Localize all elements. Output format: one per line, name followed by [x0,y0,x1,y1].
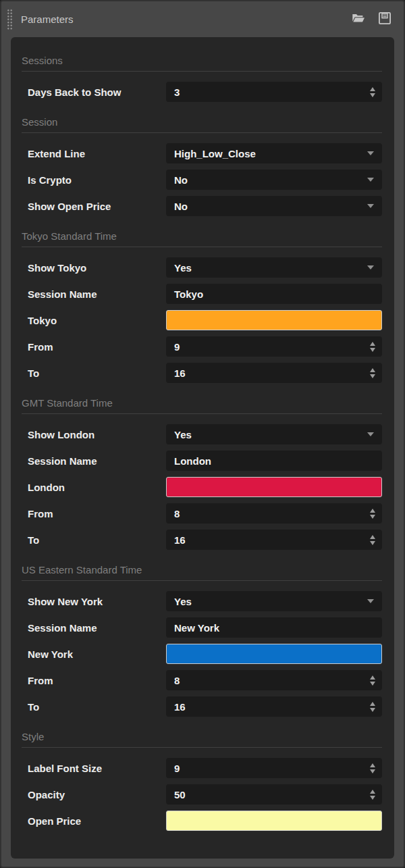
stepper-down-icon[interactable] [370,541,375,545]
save-parameters-button[interactable] [377,11,393,28]
section-title: Sessions [22,55,382,66]
open-price-color-swatch[interactable] [166,811,382,831]
stepper-up-icon[interactable] [370,509,375,513]
tokyo-to-stepper[interactable]: 16 [166,363,382,383]
param-row-london-session-name: Session Name London [22,451,382,471]
param-row-tokyo-from: From 9 [22,336,382,357]
stepper-up-icon[interactable] [370,342,375,346]
new-york-from-stepper[interactable]: 8 [166,670,382,690]
save-floppy-icon [377,11,392,28]
input-value: London [166,455,382,467]
param-label: New York [22,648,166,660]
dropdown-caret-icon [367,204,374,208]
stepper-down-icon[interactable] [370,374,375,378]
label-font-size-stepper[interactable]: 9 [166,758,382,778]
param-row-new-york-color: New York [22,644,382,664]
dropdown-caret-icon [367,599,374,603]
dropdown-caret-icon [367,432,374,436]
stepper-up-icon[interactable] [370,702,375,706]
load-parameters-button[interactable] [350,11,367,28]
stepper-up-icon[interactable] [370,675,375,680]
param-row-open-price-color: Open Price [22,811,382,831]
extend-line-dropdown[interactable]: High_Low_Close [166,143,382,163]
stepper-up-icon[interactable] [370,535,375,539]
stepper-value: 8 [166,675,370,686]
param-label: Is Crypto [22,174,166,186]
show-tokyo-dropdown[interactable]: Yes [166,257,382,278]
stepper-down-icon[interactable] [370,796,375,800]
section-style: Style Label Font Size 9 Opacity [22,731,382,831]
param-label: Show Tokyo [22,262,166,274]
stepper-up-icon[interactable] [370,763,375,767]
section-title: Style [22,731,382,742]
param-label: London [22,482,166,493]
stepper-value: 50 [166,789,370,800]
section-us-eastern-standard-time: US Eastern Standard Time Show New York Y… [22,564,382,717]
param-label: From [22,341,166,353]
stepper-arrows[interactable] [370,87,375,97]
stepper-down-icon[interactable] [370,93,375,97]
param-row-is-crypto: Is Crypto No [22,170,382,190]
stepper-down-icon[interactable] [370,515,375,519]
london-from-stepper[interactable]: 8 [166,503,382,524]
days-back-to-show-stepper[interactable]: 3 [166,82,382,102]
stepper-value: 16 [166,534,370,546]
stepper-arrows[interactable] [370,675,375,686]
stepper-up-icon[interactable] [370,87,375,91]
param-row-days-back-to-show: Days Back to Show 3 [22,82,382,102]
show-new-york-dropdown[interactable]: Yes [166,591,382,611]
panel-title: Parameters [21,14,74,25]
stepper-down-icon[interactable] [370,769,375,773]
tokyo-from-stepper[interactable]: 9 [166,336,382,357]
param-row-tokyo-session-name: Session Name Tokyo [22,284,382,304]
section-title: Session [22,116,382,128]
param-row-tokyo-color: Tokyo [22,310,382,330]
stepper-arrows[interactable] [370,763,375,773]
input-value: New York [166,622,382,634]
tokyo-color-swatch[interactable] [166,310,382,330]
drag-grip-icon[interactable] [7,9,13,30]
section-session: Session Extend Line High_Low_Close Is Cr… [22,116,382,216]
opacity-stepper[interactable]: 50 [166,784,382,805]
parameters-panel: Parameters Sessions [0,0,405,868]
section-sessions: Sessions Days Back to Show 3 [22,55,382,102]
stepper-arrows[interactable] [370,702,375,712]
stepper-arrows[interactable] [370,509,375,519]
stepper-arrows[interactable] [370,790,375,800]
london-color-swatch[interactable] [166,477,382,497]
tokyo-session-name-input[interactable]: Tokyo [166,284,382,304]
param-label: Session Name [22,622,166,634]
london-session-name-input[interactable]: London [166,451,382,471]
param-label: Opacity [22,789,166,800]
stepper-arrows[interactable] [370,342,375,352]
stepper-value: 3 [166,86,370,98]
new-york-session-name-input[interactable]: New York [166,617,382,638]
dropdown-value: Yes [166,262,367,274]
stepper-down-icon[interactable] [370,348,375,352]
is-crypto-dropdown[interactable]: No [166,170,382,190]
section-gmt-standard-time: GMT Standard Time Show London Yes Sessio… [22,397,382,550]
param-label: Show New York [22,596,166,607]
param-label: To [22,701,166,713]
show-london-dropdown[interactable]: Yes [166,424,382,444]
dropdown-caret-icon [367,151,374,155]
param-row-show-new-york: Show New York Yes [22,591,382,611]
param-row-new-york-session-name: Session Name New York [22,617,382,638]
stepper-up-icon[interactable] [370,368,375,372]
stepper-up-icon[interactable] [370,790,375,794]
stepper-down-icon[interactable] [370,708,375,712]
dropdown-value: No [166,201,367,212]
show-open-price-dropdown[interactable]: No [166,196,382,216]
stepper-arrows[interactable] [370,535,375,545]
param-row-london-to: To 16 [22,530,382,550]
new-york-to-stepper[interactable]: 16 [166,696,382,717]
stepper-arrows[interactable] [370,368,375,378]
section-title: US Eastern Standard Time [22,564,382,576]
new-york-color-swatch[interactable] [166,644,382,664]
section-divider [22,247,382,247]
param-label: Open Price [22,815,166,827]
london-to-stepper[interactable]: 16 [166,530,382,550]
dropdown-caret-icon [367,178,374,182]
stepper-down-icon[interactable] [370,682,375,686]
param-row-show-open-price: Show Open Price No [22,196,382,216]
